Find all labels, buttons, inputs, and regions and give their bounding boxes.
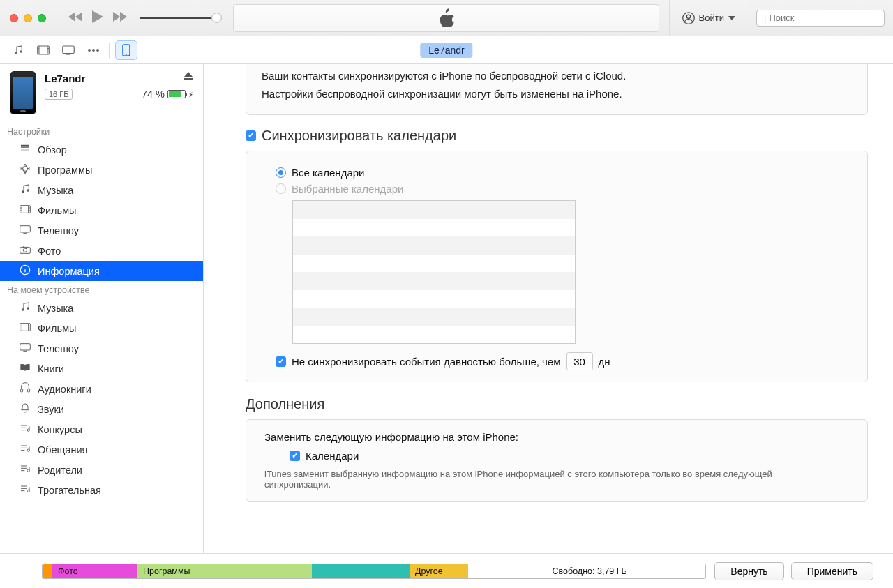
ondevice-audiobooks[interactable]: Аудиокниги	[0, 379, 203, 399]
svg-point-4	[20, 50, 22, 52]
playback-controls	[68, 10, 127, 25]
sidebar-item-movies[interactable]: Фильмы	[0, 200, 203, 220]
search-divider: |	[764, 13, 766, 23]
now-playing-lcd	[233, 4, 659, 32]
ondevice-movies[interactable]: Фильмы	[0, 318, 203, 338]
storage-segments: Фото Программы Другое Свободно: 3,79 ГБ	[42, 564, 706, 579]
close-window-icon[interactable]	[10, 14, 18, 22]
sidebar: Le7andr 16 ГБ 74 % ⚡︎ Настройки Обзор Пр…	[0, 64, 204, 553]
addons-footnote: iTunes заменит выбранную информацию на э…	[264, 469, 795, 490]
ondevice-playlist-4[interactable]: Трогательная	[0, 480, 203, 500]
sidebar-item-tvshows[interactable]: Телешоу	[0, 220, 203, 241]
svg-point-8	[92, 49, 95, 52]
limit-events-checkbox[interactable]	[276, 356, 286, 367]
all-calendars-radio[interactable]	[276, 167, 286, 178]
ondevice-tvshows[interactable]: Телешоу	[0, 338, 203, 359]
ondevice-tones[interactable]: Звуки	[0, 399, 203, 419]
calendars-selected-row[interactable]: Выбранные календари	[276, 183, 852, 195]
svg-rect-19	[23, 246, 27, 248]
rewind-icon[interactable]	[68, 12, 82, 24]
zoom-window-icon[interactable]	[38, 14, 46, 22]
calendar-sync-heading: Синхронизировать календари	[246, 128, 868, 144]
segment-free: Свободно: 3,79 ГБ	[468, 564, 705, 578]
ondevice-playlist-2[interactable]: Обещания	[0, 439, 203, 460]
tvshows-tab-icon[interactable]	[60, 42, 77, 59]
segment-other: Другое	[410, 564, 468, 578]
library-toolbar: Le7andr	[0, 36, 893, 64]
limit-days-input[interactable]	[566, 352, 593, 370]
svg-rect-6	[63, 46, 75, 54]
chevron-down-icon	[728, 16, 735, 20]
sidebar-item-music[interactable]: Музыка	[0, 180, 203, 200]
apple-logo-icon	[437, 8, 454, 28]
ondevice-books[interactable]: Книги	[0, 359, 203, 379]
addons-panel: Заменить следующую информацию на этом iP…	[246, 419, 868, 502]
icloud-info-panel: Ваши контакты синхронизируются с iPhone …	[246, 64, 868, 115]
fastforward-icon[interactable]	[113, 12, 127, 24]
ondevice-playlist-3[interactable]: Родители	[0, 460, 203, 480]
svg-point-11	[126, 54, 127, 55]
svg-point-3	[15, 52, 17, 54]
selected-calendars-radio[interactable]	[276, 183, 286, 194]
search-field[interactable]: |	[756, 10, 885, 27]
svg-point-7	[88, 49, 91, 52]
segment-apps: Программы	[137, 564, 312, 578]
svg-rect-24	[20, 344, 31, 350]
music-tab-icon[interactable]	[10, 42, 27, 59]
svg-point-14	[27, 189, 29, 191]
calendar-sync-panel: Все календари Выбранные календари Не син…	[246, 151, 868, 382]
svg-rect-16	[20, 226, 31, 232]
search-input[interactable]	[769, 13, 886, 23]
segment-teal	[312, 564, 410, 578]
device-summary: Le7andr 16 ГБ 74 % ⚡︎	[0, 64, 203, 123]
replace-calendars-checkbox[interactable]	[290, 451, 300, 461]
movies-tab-icon[interactable]	[35, 42, 52, 59]
device-breadcrumb[interactable]: Le7andr	[420, 43, 472, 58]
titlebar: Войти |	[0, 0, 893, 36]
info-line-2: Настройки беспроводной синхронизации мог…	[262, 85, 852, 103]
addons-heading: Дополнения	[246, 396, 868, 412]
info-line-1: Ваши контакты синхронизируются с iPhone …	[262, 67, 852, 85]
event-age-limit-row: Не синхронизировать события давностью бо…	[276, 352, 852, 370]
play-icon[interactable]	[92, 10, 103, 25]
volume-control[interactable]	[140, 17, 216, 19]
svg-point-9	[96, 49, 99, 52]
svg-point-13	[22, 190, 24, 193]
storage-bar: Фото Программы Другое Свободно: 3,79 ГБ …	[0, 553, 893, 588]
sidebar-item-photos[interactable]: Фото	[0, 241, 203, 261]
replace-calendars-row: Календари	[290, 450, 852, 462]
segment-photos-label: Фото	[52, 564, 132, 578]
svg-point-21	[22, 308, 24, 310]
user-icon	[682, 12, 695, 24]
signin-label: Войти	[699, 13, 724, 23]
device-thumbnail	[10, 71, 36, 114]
more-tab-icon[interactable]	[85, 42, 102, 59]
svg-point-12	[23, 167, 28, 172]
ondevice-music[interactable]: Музыка	[0, 298, 203, 318]
sync-calendars-checkbox[interactable]	[246, 130, 256, 141]
ondevice-playlist-1[interactable]: Конкурсы	[0, 419, 203, 439]
svg-point-18	[23, 248, 27, 252]
main-content: Ваши контакты синхронизируются с iPhone …	[204, 64, 893, 553]
sidebar-section-settings: Настройки	[0, 123, 203, 140]
window-controls	[10, 14, 46, 22]
device-capacity: 16 ГБ	[45, 89, 73, 100]
charging-icon: ⚡︎	[188, 91, 193, 98]
segment-photos-tiny	[43, 564, 52, 578]
sidebar-section-ondevice: На моем устройстве	[0, 281, 203, 298]
revert-button[interactable]: Вернуть	[714, 562, 783, 580]
device-tab-button[interactable]	[115, 40, 137, 60]
sidebar-item-overview[interactable]: Обзор	[0, 140, 203, 160]
apply-button[interactable]: Применить	[791, 562, 873, 580]
eject-icon[interactable]	[183, 71, 193, 83]
sidebar-item-info[interactable]: Информация	[0, 261, 203, 281]
minimize-window-icon[interactable]	[24, 14, 32, 22]
svg-point-22	[27, 307, 29, 309]
signin-button[interactable]: Войти	[669, 0, 748, 36]
sidebar-item-apps[interactable]: Программы	[0, 160, 203, 180]
device-name: Le7andr	[45, 73, 133, 84]
volume-knob[interactable]	[211, 13, 222, 23]
svg-point-1	[686, 15, 690, 18]
calendars-all-row[interactable]: Все календари	[276, 167, 852, 179]
battery-status: 74 % ⚡︎	[142, 89, 193, 100]
